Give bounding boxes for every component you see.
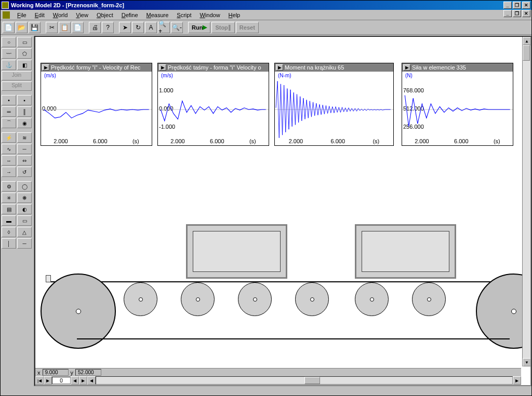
slider-tool-icon[interactable]: ▬ [2, 215, 16, 226]
gear-tool-icon[interactable]: ⚙ [2, 181, 16, 192]
sep-tool-icon[interactable]: ↔ [2, 155, 16, 166]
timeline-scrollbar[interactable]: |◀ ▶ ◀ ▶ ◀ ▶ [35, 376, 521, 385]
panel-collapse-icon[interactable]: ▶ [159, 64, 166, 71]
spring-tool-icon[interactable]: ⚡ [2, 132, 16, 143]
pointer-tool[interactable]: ➤ [119, 22, 131, 33]
panel-collapse-icon[interactable]: ▶ [276, 64, 283, 71]
anchor-tool-icon[interactable]: ⚓ [2, 60, 16, 70]
new-button[interactable]: 📄 [3, 22, 15, 33]
frame-step-back-icon[interactable]: ◀ [71, 376, 79, 385]
form-box-1[interactable] [186, 224, 287, 279]
pulley-tool-icon[interactable]: ◯ [17, 181, 32, 192]
input-tool-icon[interactable]: ▭ [17, 215, 32, 226]
point-tool-icon[interactable]: • [2, 95, 16, 105]
menu-world[interactable]: World [49, 11, 72, 19]
roller[interactable] [124, 282, 157, 316]
meter-panel-1[interactable]: ▶Prędkość formy "i" - Velocity of Rec (m… [41, 63, 152, 146]
doc-maximize-button[interactable]: ❐ [513, 10, 521, 17]
torque-tool-icon[interactable]: ↺ [17, 167, 32, 177]
polygon-tool-icon[interactable]: ⬠ [17, 48, 32, 59]
zoom-out-tool[interactable]: 🔍- [171, 22, 183, 33]
meter-panel-4[interactable]: ▶Siła w elemencie 335 (N) 768.000512.000… [402, 63, 513, 146]
conveyor-model[interactable]: /* decorative only */ [35, 224, 530, 359]
scroll-left-icon[interactable]: ◀ [87, 376, 96, 385]
menu-window[interactable]: Window [195, 11, 224, 19]
roller[interactable] [238, 282, 272, 316]
titlebar[interactable]: Working Model 2D - [Przenosnik_form-2c] … [1, 1, 531, 10]
join-button[interactable]: Join [2, 71, 32, 80]
cut-button[interactable]: ✂ [46, 22, 58, 33]
force-tool-icon[interactable]: → [2, 167, 16, 177]
slot-tool-icon[interactable]: ═ [2, 106, 16, 117]
circle-tool-icon[interactable]: ○ [2, 37, 16, 47]
curve-tool-icon[interactable]: 〰 [2, 48, 16, 59]
rotspring-icon[interactable]: ✳ [2, 193, 16, 203]
rotdamp-icon[interactable]: ❋ [17, 193, 32, 203]
scroll-right-icon[interactable]: ▶ [513, 376, 521, 385]
menu-object[interactable]: Object [92, 11, 117, 19]
roller[interactable] [412, 282, 446, 316]
help-button[interactable]: ? [102, 22, 114, 33]
pin-tool-icon[interactable]: ⌒ [2, 118, 16, 128]
vslot-tool-icon[interactable]: ║ [17, 106, 32, 117]
menu-measure[interactable]: Measure [142, 11, 173, 19]
reset-button[interactable]: Reset [236, 22, 259, 33]
meter-panel-2[interactable]: ▶Prędkość taśmy - forma "i" Velocity o (… [157, 63, 269, 146]
menu-file[interactable]: File [13, 11, 31, 19]
roller[interactable] [355, 282, 389, 316]
frame-step-fwd-icon[interactable]: ▶ [79, 376, 87, 385]
form-box-2[interactable] [355, 224, 456, 279]
stop-button[interactable]: Stop‖ [211, 22, 234, 33]
panel-collapse-icon[interactable]: ▶ [403, 64, 410, 71]
roller[interactable] [295, 282, 329, 316]
run-button[interactable]: Run▶ [188, 22, 210, 33]
vertical-scrollbar[interactable]: ▲ ▼ [522, 37, 530, 366]
frame-first-icon[interactable]: |◀ [35, 376, 44, 385]
rotate-tool[interactable]: ↻ [132, 22, 144, 33]
workspace-canvas[interactable]: ▶Prędkość formy "i" - Velocity of Rec (m… [34, 36, 531, 386]
rod-tool-icon[interactable]: ─ [17, 144, 32, 154]
copy-button[interactable]: 📋 [59, 22, 71, 33]
menu-view[interactable]: View [72, 11, 92, 19]
rect-tool-icon[interactable]: ▭ [17, 37, 32, 47]
tool-d-icon[interactable]: ─ [17, 238, 32, 249]
drive-wheel-left[interactable] [41, 274, 116, 349]
misc-tool-icon[interactable]: ◧ [17, 60, 32, 70]
minimize-button[interactable]: _ [503, 2, 512, 9]
meter-tool-icon[interactable]: ▤ [2, 204, 16, 214]
menu-script[interactable]: Script [172, 11, 195, 19]
text-tool[interactable]: A [145, 22, 157, 33]
paste-button[interactable]: 📄 [72, 22, 84, 33]
scroll-up-icon[interactable]: ▲ [523, 37, 531, 45]
tool-b-icon[interactable]: △ [17, 227, 32, 237]
frame-prev-icon[interactable]: ▶ [44, 376, 52, 385]
split-button[interactable]: Split [2, 81, 32, 91]
motor-tool-icon[interactable]: ◉ [17, 118, 32, 128]
zoom-in-tool[interactable]: 🔍+ [158, 22, 170, 33]
menu-edit[interactable]: Edit [31, 11, 49, 19]
damper-tool-icon[interactable]: ≋ [17, 132, 32, 143]
hscroll-thumb[interactable] [304, 377, 320, 384]
menu-help[interactable]: Help [224, 11, 245, 19]
doc-close-button[interactable]: ✕ [522, 10, 530, 17]
open-button[interactable]: 📂 [16, 22, 28, 33]
doc-icon[interactable] [3, 11, 10, 19]
close-button[interactable]: ✕ [522, 2, 530, 9]
print-button[interactable]: 🖨 [89, 22, 101, 33]
tool-c-icon[interactable]: │ [2, 238, 16, 249]
roller[interactable] [181, 282, 215, 316]
save-button[interactable]: 💾 [29, 22, 41, 33]
frame-input[interactable] [52, 377, 71, 384]
doc-minimize-button[interactable]: _ [503, 10, 512, 17]
maximize-button[interactable]: ❐ [513, 2, 521, 9]
square-point-icon[interactable]: ▪ [17, 95, 32, 105]
meter-panel-3[interactable]: ▶Moment na krążniku 65 (N-m) 2.0006.000(… [274, 63, 394, 146]
scroll-thumb[interactable] [523, 45, 530, 61]
panel-collapse-icon[interactable]: ▶ [42, 64, 49, 71]
rope-tool-icon[interactable]: ∿ [2, 144, 16, 154]
menu-define[interactable]: Define [117, 11, 142, 19]
gauge-tool-icon[interactable]: ◐ [17, 204, 32, 214]
tool-a-icon[interactable]: ◊ [2, 227, 16, 237]
actuator-tool-icon[interactable]: ⇔ [17, 155, 32, 166]
scroll-down-icon[interactable]: ▼ [523, 358, 531, 366]
